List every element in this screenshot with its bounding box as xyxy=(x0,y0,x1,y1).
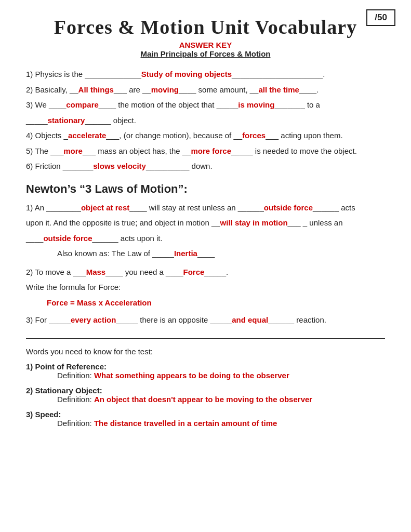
newton-law-1-line2: upon it. And the opposite is true; and o… xyxy=(26,216,385,230)
newton-law-3-line1: 3) For _____every action_____ there is a… xyxy=(26,313,385,327)
answer-outside-force-1: outside force xyxy=(264,203,313,212)
question-3-line2: _____stationary______ object. xyxy=(26,114,385,127)
question-3-line1: 3) We ____compare____ the motion of the … xyxy=(26,98,385,112)
vocab-1-term: 1) Point of Reference: xyxy=(26,362,385,371)
title: Forces & Motion Unit Vocabulary xyxy=(26,16,385,38)
score-box: /50 xyxy=(366,9,395,26)
newton-law-1-inertia: Also known as: The Law of _____Inertia__… xyxy=(57,247,385,260)
subtitle-label: Main Principals of Forces & Motion xyxy=(26,49,385,58)
vocab-1-answer: What something appears to be doing to th… xyxy=(94,371,289,380)
question-5: 5) The ___more___ mass an object has, th… xyxy=(26,144,385,158)
newton-law-2-line1: 2) To move a ___Mass____ you need a ____… xyxy=(26,265,385,279)
vocab-section-3: 3) Speed: Definition: The distance trave… xyxy=(26,410,385,428)
formula-display: Force = Mass x Acceleration xyxy=(47,296,385,310)
answer-forces: forces xyxy=(242,131,266,140)
answer-outside-force-2: outside force xyxy=(43,234,92,243)
vocab-3-term: 3) Speed: xyxy=(26,410,385,419)
vocab-intro: Words you need to know for the test: xyxy=(26,347,385,356)
answer-more: more xyxy=(63,147,83,155)
answer-moving: moving xyxy=(151,85,179,94)
formula-text: Force = Mass x Acceleration xyxy=(47,298,152,307)
answer-key-label: ANSWER KEY xyxy=(26,41,385,49)
newtons-title: Newton’s “3 Laws of Motion”: xyxy=(26,182,385,196)
vocab-1-def: Definition: What something appears to be… xyxy=(57,371,385,380)
answer-mass: Mass xyxy=(86,268,106,276)
answer-object-at-rest: object at rest xyxy=(81,203,129,212)
answer-every-action: every action xyxy=(71,315,116,324)
answer-all-things: All things xyxy=(78,85,114,94)
answer-force: Force xyxy=(183,268,204,276)
question-1: 1) Physics is the _____________Study of … xyxy=(26,68,385,81)
answer-more-force: more force xyxy=(191,147,231,155)
question-4: 4) Objects _accelerate___, (or change mo… xyxy=(26,129,385,142)
vocab-section-2: 2) Stationary Object: Definition: An obj… xyxy=(26,386,385,404)
answer-stationary: stationary xyxy=(48,116,85,125)
vocab-3-def: Definition: The distance travelled in a … xyxy=(57,419,385,428)
vocab-3-answer: The distance travelled in a certain amou… xyxy=(94,419,277,428)
question-6: 6) Friction _______slows velocity_______… xyxy=(26,159,385,173)
answer-will-stay-in-motion: will stay in motion xyxy=(220,218,288,227)
vocab-2-def: Definition: An object that doesn't appea… xyxy=(57,395,385,404)
main-questions: 1) Physics is the _____________Study of … xyxy=(26,68,385,173)
answer-all-the-time: all the time xyxy=(258,85,299,94)
answer-compare: compare xyxy=(66,100,99,109)
answer-study-of-moving-objects: Study of moving objects xyxy=(141,70,232,78)
answer-accelerate: accelerate xyxy=(68,131,106,140)
answer-is-moving: is moving xyxy=(238,100,274,109)
vocab-2-answer: An object that doesn't appear to be movi… xyxy=(94,395,312,404)
score-label: /50 xyxy=(375,12,387,22)
answer-and-equal: and equal xyxy=(232,315,268,324)
newton-law-1-line1: 1) An ________object at rest____ will st… xyxy=(26,201,385,215)
newton-laws-section: 1) An ________object at rest____ will st… xyxy=(26,201,385,327)
question-2: 2) Basically, __All things___ are __movi… xyxy=(26,83,385,97)
newton-law-1-line3: ____outside force______ acts upon it. xyxy=(26,232,385,245)
answer-inertia: Inertia xyxy=(174,249,197,258)
answer-slows-velocity: slows velocity xyxy=(93,162,146,170)
write-formula-label: Write the formula for Force: xyxy=(26,281,385,294)
vocab-2-term: 2) Stationary Object: xyxy=(26,386,385,395)
vocab-section: 1) Point of Reference: Definition: What … xyxy=(26,362,385,380)
divider xyxy=(26,338,385,339)
